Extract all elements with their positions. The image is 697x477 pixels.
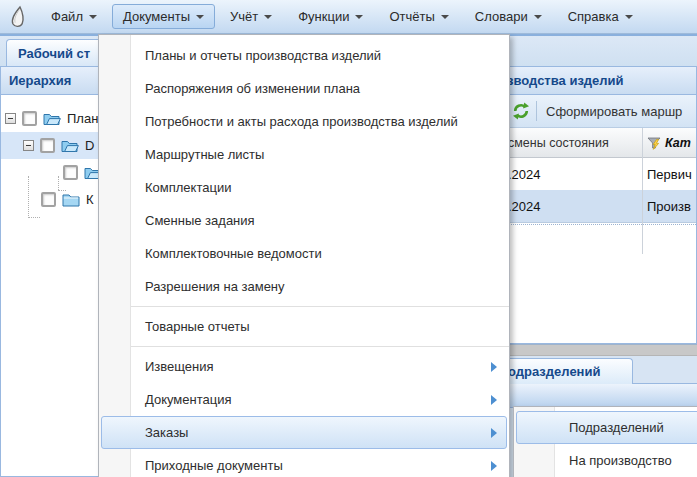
tree-checkbox[interactable]	[63, 165, 78, 180]
menubar-item-label: Словари	[475, 9, 528, 24]
generate-route-sheets-button[interactable]: Сформировать маршр	[546, 95, 682, 128]
menu-separator	[99, 346, 509, 347]
tree-connector	[58, 190, 66, 191]
menu-item-picking-lists[interactable]: Комплектовочные ведомости	[101, 237, 507, 270]
menubar-item-label: Справка	[568, 9, 619, 24]
panel-title: Иерархия	[9, 73, 71, 88]
cell-date: .2024	[508, 158, 541, 190]
column-header-category[interactable]: Кат	[647, 128, 691, 157]
menubar-item-dictionaries[interactable]: Словари	[464, 4, 553, 29]
caret-down-icon	[441, 15, 449, 19]
submenu-arrow-icon	[491, 461, 497, 471]
panel-title-fragment: зводства изделий	[507, 67, 624, 94]
menu-separator	[99, 306, 509, 307]
menu-item-production-plans-reports[interactable]: Планы и отчеты производства изделий	[101, 39, 507, 72]
menu-item-notifications[interactable]: Извещения	[101, 350, 507, 383]
submenu-arrow-icon	[491, 395, 497, 405]
menu-item-needs-consumption-acts[interactable]: Потребности и акты расхода производства …	[101, 105, 507, 138]
menubar-item-accounting[interactable]: Учёт	[219, 4, 283, 29]
menu-item-incoming-documents[interactable]: Приходные документы	[101, 449, 507, 477]
app-logo-icon	[6, 5, 28, 29]
menu-item-kitting[interactable]: Комплектации	[101, 171, 507, 204]
collapse-icon[interactable]	[5, 113, 16, 124]
menu-item-goods-reports[interactable]: Товарные отчеты	[101, 310, 507, 343]
tab-label: одразделений	[508, 364, 600, 379]
documents-menu: Планы и отчеты производства изделий Расп…	[98, 34, 510, 477]
folder-closed-icon	[62, 192, 80, 207]
menubar-item-help[interactable]: Справка	[557, 4, 644, 29]
menubar-item-label: Документы	[123, 9, 190, 24]
tree-node-label[interactable]: D	[85, 138, 94, 153]
tree-node-label[interactable]: План	[67, 111, 98, 126]
tree-connector	[28, 217, 40, 218]
caret-down-icon	[196, 15, 204, 19]
caret-down-icon	[264, 15, 272, 19]
tree-connector	[28, 176, 29, 218]
tab-department-orders[interactable]: одразделений	[495, 358, 633, 384]
submenu-arrow-icon	[491, 362, 497, 372]
menu-item-plan-change-orders[interactable]: Распоряжения об изменении плана	[101, 72, 507, 105]
tree-checkbox[interactable]	[40, 138, 55, 153]
tree-node-label[interactable]: К	[86, 192, 94, 207]
menu-item-documentation[interactable]: Документация	[101, 383, 507, 416]
cell-category: Первич	[647, 158, 692, 190]
column-divider[interactable]	[642, 128, 643, 254]
cell-category: Произв	[647, 190, 691, 222]
menubar-item-file[interactable]: Файл	[40, 4, 108, 29]
menu-item-orders[interactable]: Заказы	[101, 416, 507, 449]
filter-lightning-icon	[647, 136, 661, 150]
application-window: Файл Документы Учёт Функции Отчёты Слова…	[0, 0, 697, 477]
menu-item-replacement-permits[interactable]: Разрешения на замену	[101, 270, 507, 303]
refresh-icon[interactable]	[512, 102, 530, 120]
caret-down-icon	[625, 15, 633, 19]
menubar-item-label: Файл	[51, 9, 83, 24]
menubar-item-label: Учёт	[230, 9, 258, 24]
main-menubar: Файл Документы Учёт Функции Отчёты Слова…	[0, 0, 697, 34]
caret-down-icon	[89, 15, 97, 19]
menubar-item-reports[interactable]: Отчёты	[378, 4, 459, 29]
tree-connector	[58, 176, 59, 190]
orders-submenu: Подразделений На производство	[513, 406, 697, 477]
submenu-item-for-production[interactable]: На производство	[516, 444, 697, 477]
submenu-arrow-icon	[491, 428, 497, 438]
menubar-item-label: Отчёты	[389, 9, 434, 24]
toolbar-separator	[536, 101, 537, 121]
folder-open-icon	[61, 138, 79, 153]
folder-open-icon	[43, 111, 61, 126]
menu-item-shift-tasks[interactable]: Сменные задания	[101, 204, 507, 237]
submenu-item-departments[interactable]: Подразделений	[516, 411, 697, 444]
menubar-item-functions[interactable]: Функции	[287, 4, 374, 29]
collapse-icon[interactable]	[23, 140, 34, 151]
cell-date: .2024	[508, 190, 541, 222]
tree-checkbox[interactable]	[22, 111, 37, 126]
column-header-state-change[interactable]: смены состояния	[508, 128, 609, 157]
tree-checkbox[interactable]	[41, 192, 56, 207]
caret-down-icon	[355, 15, 363, 19]
menubar-item-label: Функции	[298, 9, 349, 24]
caret-down-icon	[534, 15, 542, 19]
tab-label: Рабочий ст	[18, 46, 90, 61]
menu-item-route-sheets[interactable]: Маршрутные листы	[101, 138, 507, 171]
menubar-item-documents[interactable]: Документы	[112, 4, 215, 29]
